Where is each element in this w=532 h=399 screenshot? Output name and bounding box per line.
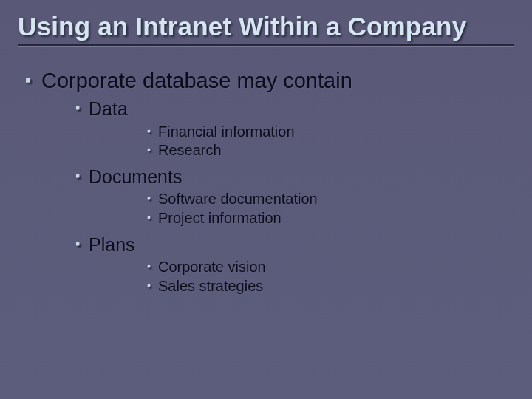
list-item-label: Project information: [158, 210, 282, 226]
list-item-label: Data: [89, 98, 128, 119]
bullet-list-level2: Data Financial information Research Docu…: [41, 97, 514, 296]
list-item: Data Financial information Research: [89, 97, 514, 160]
slide: Using an Intranet Within a Company Corpo…: [0, 0, 532, 399]
list-item-label: Research: [158, 142, 222, 158]
list-item: Plans Corporate vision Sales strategies: [89, 233, 514, 296]
list-item-label: Corporate database may contain: [41, 69, 352, 92]
list-item: Corporate database may contain Data Fina…: [41, 67, 514, 296]
list-item-label: Software documentation: [158, 191, 318, 207]
list-item-label: Financial information: [158, 123, 295, 140]
list-item-label: Documents: [89, 166, 182, 187]
bullet-list-level3: Corporate vision Sales strategies: [89, 258, 514, 296]
bullet-list-level1: Corporate database may contain Data Fina…: [18, 67, 514, 296]
list-item-label: Plans: [89, 234, 135, 255]
list-item: Documents Software documentation Project…: [89, 165, 514, 228]
list-item-label: Corporate vision: [158, 259, 266, 275]
list-item: Research: [158, 141, 514, 160]
list-item: Project information: [158, 209, 514, 228]
bullet-list-level3: Software documentation Project informati…: [89, 190, 514, 228]
list-item: Software documentation: [158, 190, 514, 209]
slide-title: Using an Intranet Within a Company: [18, 12, 514, 41]
list-item: Sales strategies: [158, 277, 514, 296]
list-item-label: Sales strategies: [158, 278, 263, 294]
title-underline: [18, 44, 514, 47]
list-item: Corporate vision: [158, 258, 514, 277]
list-item: Financial information: [158, 123, 514, 142]
bullet-list-level3: Financial information Research: [89, 123, 514, 160]
